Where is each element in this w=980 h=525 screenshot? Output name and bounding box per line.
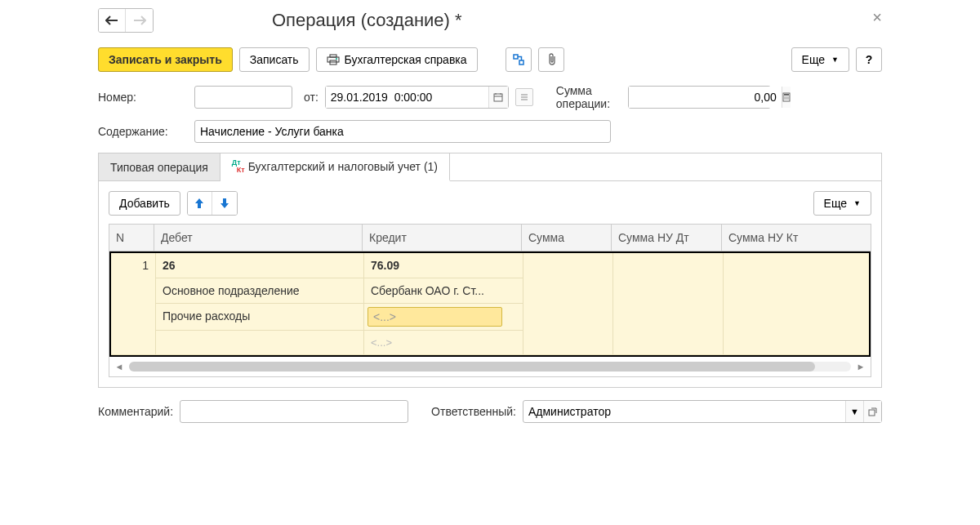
number-label: Номер: xyxy=(98,91,188,104)
cell-credit-sub3[interactable]: <...> xyxy=(364,331,523,355)
from-label: от: xyxy=(304,91,318,104)
col-header-nudt[interactable]: Сумма НУ Дт xyxy=(612,225,722,251)
move-down-button[interactable] xyxy=(212,192,237,215)
cell-credit-account[interactable]: 76.09 xyxy=(364,253,523,278)
calculator-icon xyxy=(782,92,791,102)
comment-field[interactable] xyxy=(180,400,408,423)
svg-rect-1 xyxy=(327,57,339,62)
more-button[interactable]: Еще ▼ xyxy=(791,47,849,72)
date-extra-button[interactable] xyxy=(515,88,533,106)
sum-field-wrap xyxy=(628,86,771,109)
cell-debit-sub1[interactable]: Основное подразделение xyxy=(156,278,364,304)
accounting-reference-button[interactable]: Бухгалтерская справка xyxy=(316,47,478,72)
number-field[interactable] xyxy=(194,86,292,109)
svg-rect-6 xyxy=(494,94,502,101)
tabs-header: Типовая операция ДтКт Бухгалтерский и на… xyxy=(99,153,881,181)
arrow-right-icon xyxy=(133,16,146,25)
chevron-down-icon: ▼ xyxy=(853,199,861,207)
list-icon xyxy=(519,93,529,101)
save-and-close-button[interactable]: Записать и закрыть xyxy=(98,47,233,72)
nav-buttons xyxy=(98,8,154,33)
accounting-grid: N Дебет Кредит Сумма Сумма НУ Дт Сумма Н… xyxy=(109,224,871,377)
date-field[interactable] xyxy=(326,87,488,108)
date-field-wrap xyxy=(325,86,509,109)
grid-more-button[interactable]: Еще ▼ xyxy=(813,191,871,216)
tab-typical-operation[interactable]: Типовая операция xyxy=(99,153,220,180)
help-button[interactable]: ? xyxy=(856,47,882,72)
responsible-open-button[interactable] xyxy=(863,401,881,422)
table-row: 1 26 76.09 xyxy=(111,253,869,278)
link-button[interactable] xyxy=(506,47,532,72)
col-header-debit[interactable]: Дебет xyxy=(154,225,363,251)
cell-sum[interactable] xyxy=(523,253,613,278)
responsible-field[interactable] xyxy=(523,405,845,418)
svg-point-16 xyxy=(786,96,786,97)
cell-credit-sub1[interactable]: Сбербанк ОАО г. Ст... xyxy=(364,278,523,304)
cell-debit-sub2[interactable]: Прочие расходы xyxy=(156,304,364,331)
add-row-button[interactable]: Добавить xyxy=(109,191,180,216)
cell-n[interactable]: 1 xyxy=(111,253,156,278)
horizontal-scrollbar[interactable]: ◄ ► xyxy=(109,357,871,376)
svg-rect-4 xyxy=(514,55,518,59)
svg-point-18 xyxy=(784,98,785,99)
open-icon xyxy=(868,407,877,416)
sum-label: Сумма операции: xyxy=(556,84,621,110)
col-header-nukt[interactable]: Сумма НУ Кт xyxy=(722,225,871,251)
scroll-right-icon: ► xyxy=(854,360,867,373)
grid-more-label: Еще xyxy=(824,197,848,210)
scroll-left-icon: ◄ xyxy=(113,360,126,373)
responsible-dropdown-button[interactable]: ▼ xyxy=(845,401,863,422)
comment-label: Комментарий: xyxy=(98,405,173,418)
content-label: Содержание: xyxy=(98,125,188,138)
content-field[interactable] xyxy=(194,120,611,143)
col-header-n[interactable]: N xyxy=(109,225,154,251)
arrow-up-icon xyxy=(194,198,204,209)
tab-accounting-label: Бухгалтерский и налоговый учет (1) xyxy=(248,160,438,173)
accounting-reference-label: Бухгалтерская справка xyxy=(345,53,467,66)
responsible-label: Ответственный: xyxy=(431,405,516,418)
close-icon: × xyxy=(872,8,882,26)
arrow-down-icon xyxy=(220,198,229,209)
link-icon xyxy=(512,53,525,66)
cell-nukt[interactable] xyxy=(724,253,869,278)
svg-point-15 xyxy=(784,96,785,97)
sum-field[interactable] xyxy=(629,87,782,108)
cell-debit-account[interactable]: 26 xyxy=(156,253,364,278)
move-up-button[interactable] xyxy=(188,192,212,215)
dtkt-icon: ДтКт xyxy=(232,159,245,174)
svg-rect-14 xyxy=(784,94,789,96)
responsible-field-wrap: ▼ xyxy=(523,400,882,423)
svg-point-20 xyxy=(787,98,788,99)
cell-credit-sub2[interactable]: <...> xyxy=(364,304,523,331)
cell-nudt[interactable] xyxy=(613,253,724,278)
attachment-button[interactable] xyxy=(538,47,564,72)
chevron-down-icon: ▼ xyxy=(850,407,859,416)
printer-icon xyxy=(327,54,340,65)
chevron-down-icon: ▼ xyxy=(831,56,839,64)
calendar-button[interactable] xyxy=(488,87,508,108)
calendar-icon xyxy=(493,92,503,102)
more-label: Еще xyxy=(802,53,826,66)
calculator-button[interactable] xyxy=(782,87,791,108)
save-button[interactable]: Записать xyxy=(239,47,310,72)
svg-point-3 xyxy=(336,58,337,60)
svg-rect-5 xyxy=(519,60,523,65)
col-header-sum[interactable]: Сумма xyxy=(522,225,612,251)
credit-input-cell[interactable]: <...> xyxy=(368,307,502,327)
svg-rect-21 xyxy=(869,410,875,416)
page-title: Операция (создание) * xyxy=(272,10,462,31)
svg-point-19 xyxy=(786,98,786,99)
nav-forward-button[interactable] xyxy=(126,9,153,32)
paperclip-icon xyxy=(546,53,557,66)
tab-accounting[interactable]: ДтКт Бухгалтерский и налоговый учет (1) xyxy=(220,153,450,181)
svg-point-17 xyxy=(787,96,788,97)
close-button[interactable]: × xyxy=(872,8,882,27)
nav-back-button[interactable] xyxy=(99,9,126,32)
arrow-left-icon xyxy=(105,16,118,25)
col-header-credit[interactable]: Кредит xyxy=(363,225,522,251)
main-toolbar: Записать и закрыть Записать Бухгалтерска… xyxy=(98,47,882,72)
